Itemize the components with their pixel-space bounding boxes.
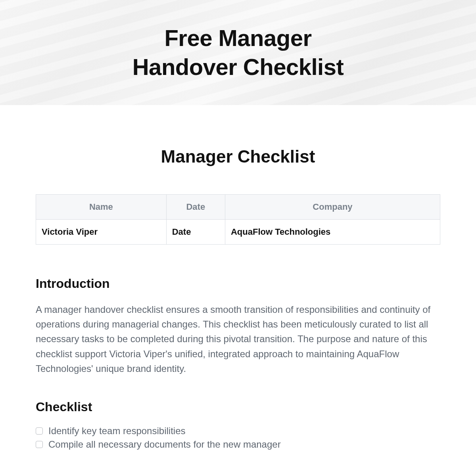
info-table: Name Date Company Victoria Viper Date Aq… xyxy=(36,194,440,245)
document-content: Manager Checklist Name Date Company Vict… xyxy=(0,147,476,450)
info-header-date: Date xyxy=(166,195,225,220)
info-table-header-row: Name Date Company xyxy=(36,195,440,220)
info-cell-name: Victoria Viper xyxy=(36,220,167,245)
hero-banner: Free Manager Handover Checklist xyxy=(0,0,476,105)
hero-title-line2: Handover Checklist xyxy=(132,54,344,80)
info-header-company: Company xyxy=(225,195,440,220)
introduction-heading: Introduction xyxy=(36,276,440,291)
info-cell-company: AquaFlow Technologies xyxy=(225,220,440,245)
checkbox-icon[interactable] xyxy=(36,427,43,435)
info-header-name: Name xyxy=(36,195,167,220)
checklist-item: Compile all necessary documents for the … xyxy=(36,439,440,450)
document-title: Manager Checklist xyxy=(36,147,440,167)
introduction-body: A manager handover checklist ensures a s… xyxy=(36,302,440,376)
checklist-heading: Checklist xyxy=(36,400,440,414)
info-table-row: Victoria Viper Date AquaFlow Technologie… xyxy=(36,220,440,245)
hero-title-line1: Free Manager xyxy=(164,25,311,51)
hero-title: Free Manager Handover Checklist xyxy=(132,24,344,81)
info-cell-date: Date xyxy=(166,220,225,245)
checklist-item: Identify key team responsibilities xyxy=(36,425,440,437)
checklist-item-label: Identify key team responsibilities xyxy=(48,425,186,437)
checklist-list: Identify key team responsibilities Compi… xyxy=(36,425,440,450)
checkbox-icon[interactable] xyxy=(36,441,43,448)
checklist-item-label: Compile all necessary documents for the … xyxy=(48,439,281,450)
